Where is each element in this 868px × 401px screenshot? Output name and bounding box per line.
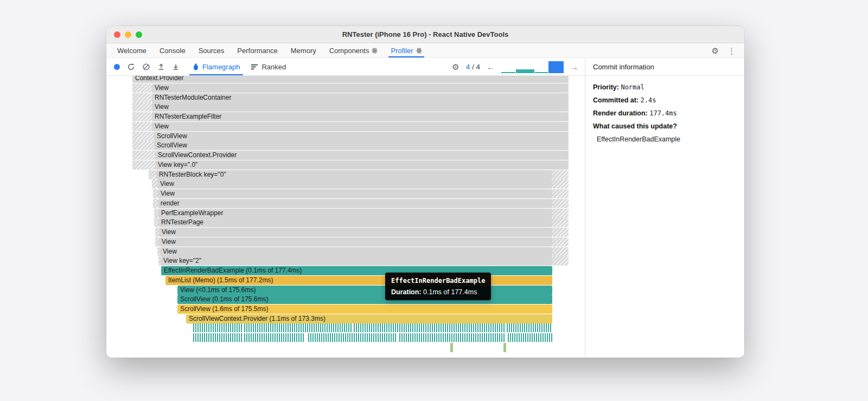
flame-mini-bar[interactable] [503, 343, 506, 352]
next-commit-button[interactable]: → [570, 63, 578, 71]
tab-label: Sources [199, 47, 225, 55]
kebab-menu-icon[interactable]: ⋮ [727, 47, 736, 55]
tab-components[interactable]: Components [323, 43, 385, 57]
titlebar: RNTester (iPhone 16 Pro) - React Native … [106, 26, 744, 43]
tab-label: Components [329, 47, 369, 55]
tab-flamegraph[interactable]: Flamegraph [187, 58, 245, 75]
flame-dense-strip[interactable] [399, 333, 505, 342]
settings-gear-icon[interactable]: ⚙ [712, 47, 719, 55]
tab-memory[interactable]: Memory [284, 43, 323, 57]
flame-hatch [153, 189, 158, 198]
tab-console[interactable]: Console [153, 43, 192, 57]
flame-bar[interactable]: ScrollViewContext.Provider (1.1ms of 173… [186, 314, 552, 324]
flame-bar-label: View key=".0" [155, 161, 197, 169]
flame-bar[interactable]: Context.Provider [132, 76, 569, 83]
flame-bar[interactable]: View key=".0" [155, 160, 569, 170]
tab-label: Welcome [117, 47, 146, 55]
flame-tooltip: EffectInRenderBadExample Duration: 0.1ms… [385, 273, 491, 300]
profiler-settings-gear-icon[interactable]: ⚙ [452, 63, 459, 71]
flame-bar-label: View [159, 238, 176, 245]
flame-bar[interactable]: EffectInRenderBadExample (0.1ms of 177.4… [161, 266, 552, 275]
close-button[interactable] [114, 31, 120, 38]
window-title: RNTester (iPhone 16 Pro) - React Native … [106, 30, 744, 38]
flame-bar-label: View [152, 122, 169, 130]
flame-bar[interactable]: View [158, 189, 552, 198]
commit-bar[interactable] [516, 69, 534, 73]
tab-performance[interactable]: Performance [231, 43, 284, 57]
commit-info-header: Commit information [585, 58, 744, 76]
flame-icon [193, 63, 199, 70]
flame-hatch [552, 170, 569, 179]
flame-bar[interactable]: View [152, 122, 569, 131]
ranked-tab-label: Ranked [261, 63, 286, 71]
tab-profiler[interactable]: Profiler [384, 43, 428, 57]
flame-bar[interactable]: View [152, 83, 569, 93]
commit-counter: 4 / 4 [466, 63, 480, 71]
flame-bar[interactable]: View [152, 102, 569, 112]
flame-bar-label: View (<0.1ms of 175.6ms) [177, 286, 256, 294]
flame-bar[interactable]: PerfExampleWrapper [158, 209, 552, 218]
flame-bar[interactable]: render [158, 199, 552, 208]
commit-selector-chart[interactable] [501, 60, 564, 73]
flame-bar[interactable]: ScrollViewContext.Provider [155, 151, 569, 160]
update-cause-item[interactable]: EffectInRenderBadExample [597, 135, 737, 143]
commit-bar-selected[interactable] [548, 61, 564, 73]
main-tabbar: Welcome Console Sources Performance Memo… [106, 43, 744, 58]
commit-bar[interactable] [501, 72, 515, 73]
flame-bar[interactable]: View [157, 179, 552, 189]
flamegraph-canvas[interactable]: EffectInRenderBadExample Duration: 0.1ms… [106, 76, 585, 358]
flame-hatch [552, 189, 569, 198]
flame-dense-strip[interactable] [244, 333, 305, 342]
flame-bar[interactable]: RNTesterPage [158, 218, 552, 227]
tooltip-duration-value: 0.1ms of 177.4ms [423, 288, 477, 296]
flame-bar[interactable]: RNTesterBlock key="0" [156, 170, 552, 179]
commit-bar[interactable] [535, 72, 548, 73]
flame-hatch [132, 141, 154, 150]
flame-bar[interactable]: RNTesterExampleFilter [152, 112, 569, 121]
flame-bar[interactable]: ItemList (Memo) (1.5ms of 177.2ms) [165, 276, 552, 285]
commit-current: 4 [466, 63, 470, 71]
committed-at-label: Committed at: [593, 96, 639, 104]
flame-dense-strip[interactable] [193, 324, 242, 332]
react-atom-icon [372, 48, 378, 54]
tab-ranked[interactable]: Ranked [245, 58, 291, 75]
reload-and-profile-button[interactable] [127, 63, 135, 71]
prev-commit-button[interactable]: ← [487, 63, 495, 71]
flame-hatch [132, 132, 154, 141]
priority-label: Priority: [593, 83, 619, 91]
flame-hatch [132, 83, 152, 93]
flame-bar[interactable]: View [160, 247, 552, 256]
flame-mini-bar[interactable] [450, 343, 453, 352]
record-button[interactable] [114, 64, 120, 70]
tab-welcome[interactable]: Welcome [111, 43, 153, 57]
flame-dense-strip[interactable] [507, 324, 552, 332]
upload-profile-button[interactable] [157, 63, 165, 70]
flame-bar-label: RNTesterBlock key="0" [156, 171, 226, 178]
flame-dense-strip[interactable] [244, 324, 352, 332]
clear-profile-button[interactable] [142, 63, 150, 71]
profiler-pane: Flamegraph Ranked ⚙ 4 / 4 ← → [106, 58, 585, 358]
flame-hatch [132, 93, 152, 102]
flame-hatch [552, 179, 569, 189]
flame-bar[interactable]: ScrollView (1.6ms of 175.5ms) [177, 305, 552, 314]
flame-bar[interactable]: RNTesterModuleContainer [152, 93, 569, 102]
minimize-button[interactable] [125, 31, 131, 38]
flame-bar-label: ScrollView (0.1ms of 175.6ms) [177, 295, 269, 303]
flame-bar[interactable]: ScrollView [154, 141, 569, 150]
flame-dense-strip[interactable] [193, 333, 242, 342]
flame-bar[interactable]: ScrollView [154, 132, 569, 141]
flame-bar[interactable]: View [159, 237, 552, 247]
flame-bar-label: ItemList (Memo) (1.5ms of 177.2ms) [165, 276, 273, 284]
flame-bar[interactable]: ScrollView (0.1ms of 175.6ms) [177, 295, 552, 304]
flame-dense-strip[interactable] [508, 333, 552, 342]
flame-bar[interactable]: View key="2" [161, 256, 552, 266]
download-profile-button[interactable] [172, 63, 180, 70]
flame-bar-label: View [152, 103, 169, 111]
flame-bar[interactable]: View [159, 228, 552, 237]
flame-bar[interactable]: View (<0.1ms of 175.6ms) [177, 286, 552, 295]
zoom-button[interactable] [136, 31, 142, 38]
tab-sources[interactable]: Sources [192, 43, 231, 57]
flame-dense-strip[interactable] [308, 333, 396, 342]
flame-dense-strip[interactable] [354, 324, 505, 332]
tab-label: Console [159, 47, 186, 55]
